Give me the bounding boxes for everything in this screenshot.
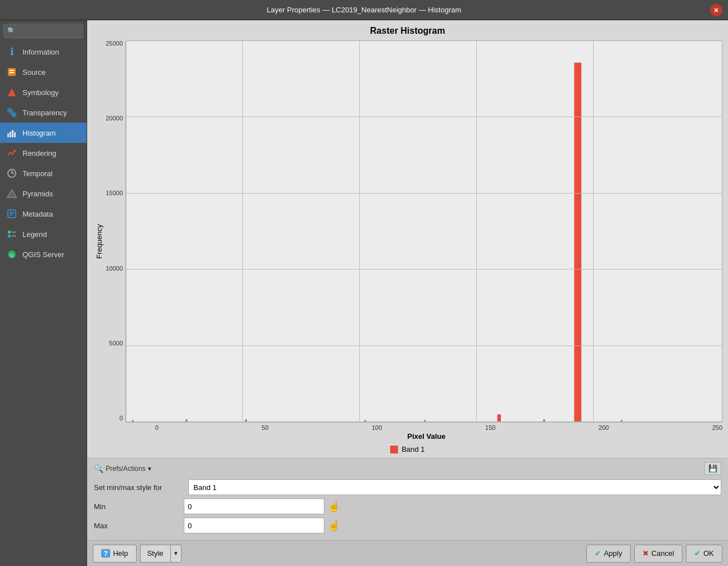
search-input[interactable] bbox=[18, 27, 79, 35]
svg-rect-1 bbox=[10, 70, 14, 71]
sidebar-label-source: Source bbox=[22, 68, 46, 77]
help-icon: ? bbox=[101, 549, 110, 558]
prefs-actions-button[interactable]: 🔍 Prefs/Actions ▾ bbox=[94, 464, 151, 473]
style-button-group: Style ▾ bbox=[140, 545, 182, 563]
sidebar-item-histogram[interactable]: Histogram bbox=[0, 123, 87, 143]
apply-icon: ✔ bbox=[595, 549, 601, 558]
grid-h-5 bbox=[126, 41, 722, 41]
svg-rect-20 bbox=[8, 235, 11, 237]
content-area: Raster Histogram Frequency 0 5000 10000 … bbox=[87, 20, 728, 566]
help-label: Help bbox=[113, 549, 128, 558]
sidebar-label-rendering: Rendering bbox=[22, 149, 56, 158]
sidebar-item-temporal[interactable]: Temporal bbox=[0, 163, 87, 183]
y-tick-15000: 15000 bbox=[106, 190, 123, 196]
legend-area: Band 1 bbox=[93, 443, 722, 458]
ok-icon: ✔ bbox=[694, 549, 700, 558]
sidebar-label-transparency: Transparency bbox=[22, 109, 67, 117]
x-tick-150: 150 bbox=[485, 424, 495, 431]
search-box[interactable]: 🔍 bbox=[3, 24, 83, 38]
svg-rect-26 bbox=[497, 414, 500, 422]
grid-v-2 bbox=[359, 41, 360, 422]
min-pick-button[interactable]: ☝ bbox=[328, 500, 340, 513]
max-pick-button[interactable]: ☝ bbox=[328, 519, 340, 532]
histogram-icon bbox=[6, 127, 18, 139]
y-tick-25000: 25000 bbox=[106, 41, 123, 47]
y-axis-label: Frequency bbox=[93, 41, 106, 443]
style-dropdown-button[interactable]: ▾ bbox=[170, 545, 182, 563]
svg-rect-6 bbox=[10, 110, 14, 115]
footer-bar: ? Help Style ▾ ✔ Apply ✖ Cancel ✔ bbox=[87, 540, 728, 566]
prefs-actions-label: Prefs/Actions bbox=[106, 465, 146, 473]
transparency-icon bbox=[6, 106, 18, 119]
style-button[interactable]: Style bbox=[140, 545, 170, 563]
svg-text:Q: Q bbox=[10, 253, 13, 258]
qgis-server-icon: Q bbox=[6, 248, 18, 260]
min-row: Min ☝ bbox=[94, 498, 721, 514]
help-button[interactable]: ? Help bbox=[93, 545, 137, 563]
sidebar-item-legend[interactable]: Legend bbox=[0, 224, 87, 244]
grid-h-3 bbox=[126, 193, 722, 194]
svg-marker-3 bbox=[8, 88, 16, 96]
y-tick-10000: 10000 bbox=[106, 266, 123, 272]
sidebar-label-pyramids: Pyramids bbox=[22, 190, 53, 198]
sidebar-label-temporal: Temporal bbox=[22, 169, 52, 178]
legend-color-band1 bbox=[390, 446, 398, 453]
chart-plot-area: 0 5000 10000 15000 20000 25000 bbox=[106, 41, 722, 443]
symbology-icon bbox=[6, 86, 18, 98]
band-select[interactable]: Band 1 bbox=[188, 479, 721, 495]
apply-button[interactable]: ✔ Apply bbox=[586, 545, 631, 563]
rendering-icon bbox=[6, 147, 18, 159]
sidebar-label-legend: Legend bbox=[22, 230, 47, 239]
apply-label: Apply bbox=[604, 549, 622, 558]
max-input[interactable] bbox=[184, 518, 324, 533]
svg-rect-2 bbox=[10, 72, 14, 73]
sidebar-label-symbology: Symbology bbox=[22, 88, 58, 97]
main-layout: 🔍 ℹ Information Source Symbology Transpa… bbox=[0, 20, 728, 566]
sidebar-item-metadata[interactable]: Metadata bbox=[0, 204, 87, 224]
min-label: Min bbox=[94, 502, 184, 511]
min-input[interactable] bbox=[184, 498, 324, 514]
sidebar-item-transparency[interactable]: Transparency bbox=[0, 102, 87, 123]
sidebar-item-symbology[interactable]: Symbology bbox=[0, 82, 87, 102]
plot-with-yaxis: 0 5000 10000 15000 20000 25000 bbox=[106, 41, 722, 423]
window-title: Layer Properties — LC2019_NearestNeighbo… bbox=[266, 6, 461, 14]
x-tick-50: 50 bbox=[262, 424, 269, 431]
legend-label-band1: Band 1 bbox=[401, 445, 424, 453]
set-minmax-row: Set min/max style for Band 1 bbox=[94, 479, 721, 495]
temporal-icon bbox=[6, 167, 18, 179]
ok-button[interactable]: ✔ OK bbox=[686, 545, 722, 563]
zoom-icon: 🔍 bbox=[94, 464, 103, 473]
x-tick-100: 100 bbox=[372, 424, 382, 431]
bottom-controls: 🔍 Prefs/Actions ▾ 💾 Set min/max style fo… bbox=[87, 458, 728, 540]
x-axis-label: Pixel Value bbox=[130, 432, 722, 441]
close-button[interactable]: × bbox=[710, 4, 722, 16]
x-tick-0: 0 bbox=[155, 424, 159, 431]
sidebar-label-qgis-server: QGIS Server bbox=[22, 250, 64, 259]
grid-h-0 bbox=[126, 421, 722, 422]
grid-h-4 bbox=[126, 116, 722, 117]
chart-area: Raster Histogram Frequency 0 5000 10000 … bbox=[87, 20, 728, 458]
sidebar-item-information[interactable]: ℹ Information bbox=[0, 42, 87, 62]
x-ticks: 0 50 100 150 200 250 bbox=[155, 423, 722, 431]
sidebar-item-pyramids[interactable]: Pyramids bbox=[0, 183, 87, 204]
sidebar-item-rendering[interactable]: Rendering bbox=[0, 143, 87, 163]
grid-h-1 bbox=[126, 345, 722, 346]
grid-v-3 bbox=[476, 41, 477, 422]
save-style-button[interactable]: 💾 bbox=[704, 462, 721, 475]
x-tick-250: 250 bbox=[712, 424, 722, 431]
cancel-button[interactable]: ✖ Cancel bbox=[634, 545, 682, 563]
legend-icon bbox=[6, 228, 18, 240]
sidebar-label-histogram: Histogram bbox=[22, 129, 56, 137]
prefs-actions-row: 🔍 Prefs/Actions ▾ 💾 bbox=[94, 462, 721, 475]
sidebar-item-source[interactable]: Source bbox=[0, 62, 87, 82]
svg-rect-7 bbox=[7, 133, 9, 137]
max-label: Max bbox=[94, 522, 184, 530]
svg-rect-10 bbox=[14, 132, 16, 137]
metadata-icon bbox=[6, 208, 18, 220]
histogram-svg bbox=[126, 41, 722, 422]
x-tick-200: 200 bbox=[599, 424, 609, 431]
chart-title: Raster Histogram bbox=[93, 26, 722, 36]
sidebar-item-qgis-server[interactable]: Q QGIS Server bbox=[0, 244, 87, 264]
title-bar: Layer Properties — LC2019_NearestNeighbo… bbox=[0, 0, 728, 20]
sidebar-label-information: Information bbox=[22, 48, 59, 56]
